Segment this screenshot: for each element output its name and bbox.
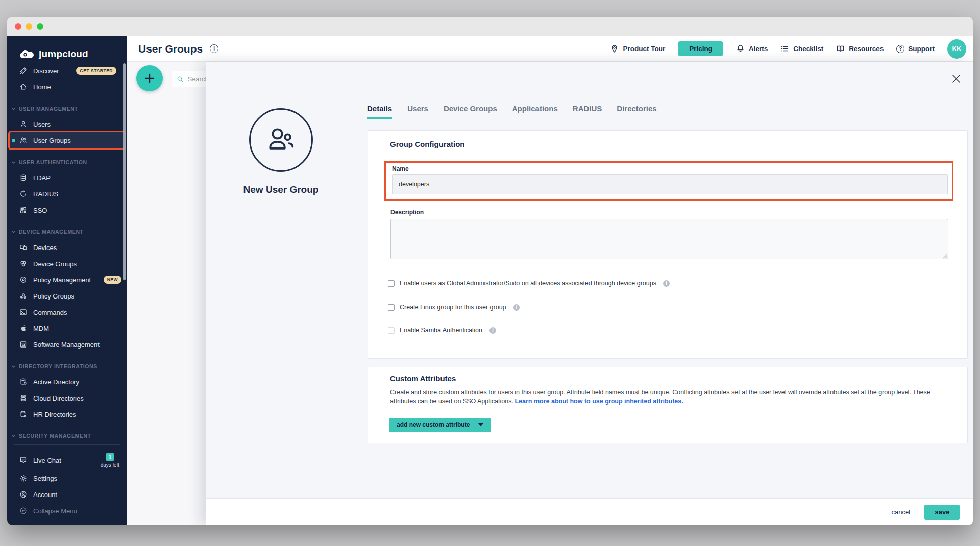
avatar[interactable]: KK xyxy=(947,39,966,59)
group-icon xyxy=(265,124,297,156)
zoom-window-button[interactable] xyxy=(37,23,43,30)
cancel-button[interactable]: cancel xyxy=(891,508,910,516)
sidebar-item-label: Discover xyxy=(33,67,59,75)
group-name-input[interactable] xyxy=(392,174,948,194)
tab-users[interactable]: Users xyxy=(407,104,428,119)
sidebar-item-user-groups[interactable]: User Groups xyxy=(10,132,125,148)
main-area: User Groups i Product Tour Pricing Alert… xyxy=(127,36,973,525)
tab-directories[interactable]: Directories xyxy=(617,104,656,119)
learn-more-link[interactable]: Learn more about how to use group inheri… xyxy=(515,398,683,405)
sidebar-item-label: Live Chat xyxy=(33,457,61,464)
sidebar-item-radius[interactable]: RADIUS xyxy=(7,186,127,202)
new-user-group-panel: Details Users Device Groups Applications… xyxy=(206,62,973,525)
sidebar-scrollbar[interactable] xyxy=(123,63,126,280)
sidebar-section-device-management[interactable]: DEVICE MANAGEMENT xyxy=(7,224,127,239)
sidebar-item-home[interactable]: Home xyxy=(7,79,127,95)
sidebar-item-label: MDM xyxy=(33,325,49,332)
book-icon xyxy=(836,44,845,53)
sidebar-item-label: Commands xyxy=(33,309,67,316)
info-icon[interactable]: i xyxy=(513,304,520,311)
sidebar-item-label: Device Groups xyxy=(33,260,77,268)
sidebar-item-mdm[interactable]: MDM xyxy=(7,320,127,336)
search-icon xyxy=(177,75,183,83)
sidebar-item-hr-directories[interactable]: HR Directories xyxy=(7,406,127,422)
tab-radius[interactable]: RADIUS xyxy=(573,104,602,119)
panel-footer: cancel save xyxy=(206,498,973,525)
description-label: Description xyxy=(390,209,424,216)
sidebar-item-label: Policy Groups xyxy=(33,292,74,300)
get-started-badge: GET STARTED xyxy=(76,67,116,75)
add-user-group-button[interactable] xyxy=(136,65,163,91)
header-actions: Product Tour Pricing Alerts Checklist Re… xyxy=(610,39,966,59)
sidebar-item-devices[interactable]: Devices xyxy=(7,239,127,256)
sidebar-item-account[interactable]: Account xyxy=(7,486,127,503)
chat-icon xyxy=(19,456,27,464)
sidebar-item-settings[interactable]: Settings xyxy=(7,470,127,486)
resize-handle[interactable] xyxy=(942,253,948,259)
sidebar-item-cloud-directories[interactable]: Cloud Directories xyxy=(7,390,127,406)
plus-icon xyxy=(143,72,156,84)
sidebar-item-label: User Groups xyxy=(33,137,71,144)
info-icon[interactable]: i xyxy=(489,327,496,334)
samba-checkbox[interactable] xyxy=(388,327,395,334)
logo-text: jumpcloud xyxy=(39,48,88,60)
sidebar-item-discover[interactable]: Discover GET STARTED xyxy=(7,63,127,79)
tab-device-groups[interactable]: Device Groups xyxy=(444,104,497,119)
resources-button[interactable]: Resources xyxy=(836,44,884,53)
policy-management-icon xyxy=(19,276,27,284)
sidebar-item-policy-groups[interactable]: Policy Groups xyxy=(7,288,127,304)
devices-icon xyxy=(19,243,27,252)
checklist-button[interactable]: Checklist xyxy=(780,44,823,53)
close-window-button[interactable] xyxy=(15,23,21,30)
sidebar-item-commands[interactable]: Commands xyxy=(7,304,127,320)
checkbox-row-linux-group[interactable]: Create Linux group for this user group i xyxy=(388,304,520,311)
linux-group-checkbox[interactable] xyxy=(388,304,395,311)
checkbox-row-global-admin[interactable]: Enable users as Global Administrator/Sud… xyxy=(388,280,670,287)
sidebar-item-sso[interactable]: SSO xyxy=(7,202,127,218)
page-content: Details Users Device Groups Applications… xyxy=(127,62,973,525)
sidebar-section-directory-integrations[interactable]: DIRECTORY INTEGRATIONS xyxy=(7,359,127,374)
sidebar-section-user-management[interactable]: USER MANAGEMENT xyxy=(7,101,127,116)
add-custom-attribute-button[interactable]: add new custom attribute xyxy=(389,418,491,432)
global-admin-checkbox[interactable] xyxy=(388,280,395,287)
pricing-button[interactable]: Pricing xyxy=(678,41,723,56)
panel-title: New User Group xyxy=(206,184,356,195)
sidebar-item-device-groups[interactable]: Device Groups xyxy=(7,256,127,272)
minimize-window-button[interactable] xyxy=(26,23,32,30)
sidebar-item-label: Active Directory xyxy=(33,378,79,386)
chevron-down-icon xyxy=(11,434,16,438)
alerts-button[interactable]: Alerts xyxy=(736,44,768,53)
hr-directories-icon xyxy=(19,410,27,418)
support-button[interactable]: ? Support xyxy=(896,45,935,53)
divider xyxy=(14,444,120,445)
panel-tabs: Details Users Device Groups Applications… xyxy=(367,104,657,119)
sidebar-section-user-authentication[interactable]: USER AUTHENTICATION xyxy=(7,155,127,170)
sidebar-item-policy-management[interactable]: Policy Management NEW xyxy=(7,272,127,288)
caret-down-icon xyxy=(478,423,483,426)
info-icon[interactable]: i xyxy=(663,280,670,287)
collapse-arrow-icon xyxy=(19,507,27,515)
sidebar-item-active-directory[interactable]: Active Directory xyxy=(7,374,127,390)
sidebar-item-live-chat[interactable]: Live Chat 1 days left xyxy=(7,450,127,470)
sidebar-item-label: LDAP xyxy=(33,174,51,182)
tab-applications[interactable]: Applications xyxy=(512,104,558,119)
sidebar-item-label: Account xyxy=(33,491,57,499)
page-info-icon[interactable]: i xyxy=(210,44,218,53)
description-textarea[interactable] xyxy=(390,219,948,259)
product-tour-button[interactable]: Product Tour xyxy=(610,44,665,53)
chevron-down-icon xyxy=(11,107,16,111)
checkbox-row-samba[interactable]: Enable Samba Authentication i xyxy=(388,327,496,334)
save-button[interactable]: save xyxy=(924,505,960,520)
sidebar-item-ldap[interactable]: LDAP xyxy=(7,170,127,186)
sidebar-item-label: Policy Management xyxy=(33,276,91,284)
sidebar-item-software-management[interactable]: Software Management xyxy=(7,336,127,353)
sidebar-item-users[interactable]: Users xyxy=(7,116,127,132)
tab-details[interactable]: Details xyxy=(367,104,392,119)
group-configuration-card: Group Configuration Name Description Ena… xyxy=(368,130,968,359)
sidebar-item-collapse-menu[interactable]: Collapse Menu xyxy=(7,503,127,519)
sidebar-section-security-management[interactable]: SECURITY MANAGEMENT xyxy=(7,428,127,443)
active-directory-icon xyxy=(19,378,27,386)
chevron-down-icon xyxy=(11,160,16,165)
close-icon[interactable] xyxy=(951,74,961,84)
sidebar: jumpcloud Discover GET STARTED Home USER… xyxy=(7,36,127,525)
